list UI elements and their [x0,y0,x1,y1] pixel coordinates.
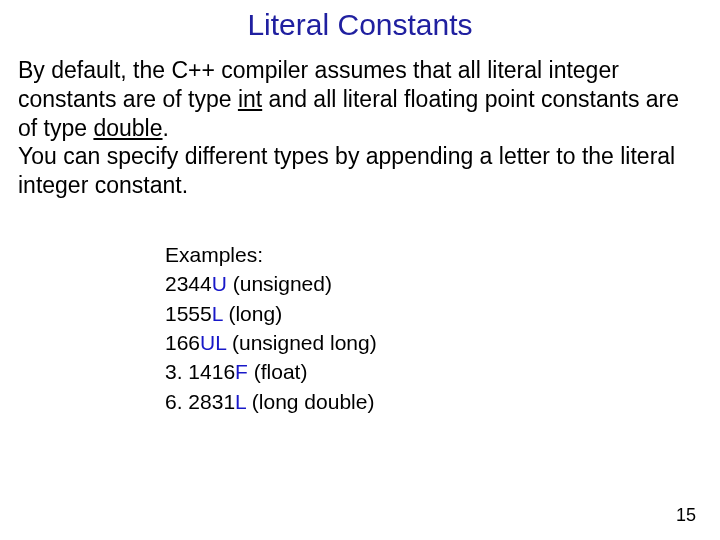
examples-block: Examples: 2344U (unsigned) 1555L (long) … [0,200,720,416]
slide: Literal Constants By default, the C++ co… [0,0,720,540]
example-desc: (long double) [246,390,374,413]
page-number: 15 [676,505,696,526]
example-suffix: F [235,360,248,383]
example-desc: (long) [223,302,283,325]
example-number: 1555 [165,302,212,325]
example-suffix: UL [200,331,226,354]
example-line: 1555L (long) [165,299,720,328]
example-desc: (unsigned) [227,272,332,295]
example-number: 3. 1416 [165,360,235,383]
keyword-double: double [93,115,162,141]
example-line: 2344U (unsigned) [165,269,720,298]
example-line: 6. 2831L (long double) [165,387,720,416]
example-number: 166 [165,331,200,354]
paragraph-1c: . [163,115,169,141]
example-suffix: L [212,302,223,325]
example-line: 166UL (unsigned long) [165,328,720,357]
example-number: 2344 [165,272,212,295]
example-desc: (float) [248,360,308,383]
example-suffix: L [235,390,246,413]
example-line: 3. 1416F (float) [165,357,720,386]
example-number: 6. 2831 [165,390,235,413]
body-text: By default, the C++ compiler assumes tha… [0,56,720,200]
paragraph-2: You can specify different types by appen… [18,143,675,198]
slide-title: Literal Constants [0,0,720,42]
example-desc: (unsigned long) [226,331,377,354]
examples-heading: Examples: [165,240,720,269]
keyword-int: int [238,86,262,112]
example-suffix: U [212,272,227,295]
